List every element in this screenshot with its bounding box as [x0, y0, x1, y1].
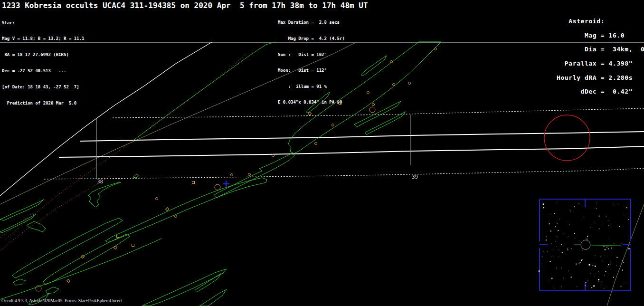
- star-dot: [619, 226, 620, 227]
- star-dot: [561, 287, 562, 287]
- site-marker-circle: [231, 174, 233, 176]
- site-marker-circle: [435, 48, 437, 50]
- coastline: [105, 178, 267, 242]
- coastline: [13, 279, 26, 285]
- star-dot: [578, 203, 579, 204]
- star-dot: [557, 267, 557, 268]
- star-dot: [598, 279, 599, 280]
- star-dot: [558, 230, 559, 231]
- star-dot: [553, 249, 553, 250]
- star-dot: [555, 226, 556, 227]
- star-dot: [592, 265, 593, 266]
- star-dot: [568, 249, 568, 250]
- star-dot: [608, 249, 609, 249]
- coastline: [88, 182, 121, 207]
- site-marker-circle: [393, 84, 395, 86]
- star-dot: [604, 288, 605, 288]
- star-dot: [596, 208, 597, 209]
- site-marker-square: [117, 235, 119, 238]
- star-dot: [543, 251, 544, 252]
- star-dot: [600, 256, 601, 257]
- star-dot: [608, 267, 608, 267]
- coastline: [214, 153, 294, 198]
- coastline: [199, 289, 227, 306]
- star-dot: [556, 236, 556, 237]
- star-dot: [601, 282, 602, 282]
- star-dot: [595, 255, 596, 256]
- star-dot: [606, 271, 606, 272]
- star-dot: [557, 237, 558, 237]
- path-south-limit: [59, 146, 644, 157]
- star-dot: [593, 285, 595, 287]
- star-dot: [613, 202, 613, 202]
- star-dot: [599, 229, 600, 229]
- star-dot: [551, 257, 551, 257]
- star-dot: [574, 239, 574, 239]
- star-dot: [561, 244, 562, 245]
- coastline: [0, 239, 161, 299]
- star-dot: [608, 225, 609, 226]
- star-dot: [574, 206, 575, 207]
- site-marker-square: [192, 182, 195, 184]
- star-dot: [550, 215, 550, 215]
- star-dot: [586, 282, 587, 283]
- star-dot: [587, 237, 587, 237]
- star-dot: [591, 287, 592, 288]
- star-dot: [559, 257, 559, 257]
- star-dot: [568, 271, 568, 271]
- star-dot: [590, 227, 591, 228]
- star-dot: [571, 277, 572, 277]
- occult-prediction-window: 1233 Kobresia occults UCAC4 311-194385 o…: [0, 0, 644, 306]
- star-dot: [570, 211, 571, 211]
- star-dot: [623, 262, 624, 263]
- star-dot: [621, 225, 621, 226]
- sunrise-terminator-line: [0, 42, 212, 196]
- coastline: [43, 234, 130, 285]
- star-dot: [622, 270, 623, 271]
- star-dot: [616, 266, 617, 266]
- star-dot: [554, 288, 554, 288]
- star-dot: [614, 205, 614, 205]
- star-dot: [564, 233, 564, 233]
- star-dot: [555, 227, 556, 227]
- star-dot: [624, 282, 624, 282]
- star-dot: [576, 264, 577, 265]
- target-star-circle: [581, 240, 590, 249]
- star-dot: [543, 203, 544, 205]
- star-dot: [588, 280, 588, 281]
- star-dot: [571, 248, 572, 249]
- star-dot: [551, 277, 553, 279]
- star-dot: [626, 207, 627, 208]
- time-tick-label: 38: [97, 179, 103, 185]
- star-dot: [595, 223, 596, 223]
- star-dot: [539, 270, 540, 272]
- site-marker-circle: [367, 92, 369, 94]
- site-marker-circle: [332, 124, 334, 126]
- coastline: [142, 269, 227, 306]
- star-dot: [551, 243, 551, 244]
- star-dot: [595, 266, 596, 267]
- site-marker-circle: [372, 104, 375, 106]
- star-dot: [542, 264, 542, 264]
- star-dot: [621, 286, 622, 287]
- star-dot: [543, 207, 544, 208]
- star-dot: [586, 286, 586, 287]
- star-dot: [601, 286, 601, 286]
- star-dot: [549, 281, 549, 281]
- occultation-path-map[interactable]: 3839: [0, 0, 644, 306]
- star-dot: [550, 230, 551, 231]
- star-dot: [613, 277, 614, 278]
- border-dotted-1: [5, 53, 246, 240]
- coastline: [307, 92, 330, 113]
- coastline: [46, 287, 59, 294]
- status-bar: Occult 4.9.5.3, Astorb2020Mar05 Errors: …: [1, 298, 122, 303]
- star-dot: [622, 244, 622, 244]
- coastline: [354, 101, 401, 127]
- star-dot: [590, 273, 591, 274]
- star-dot: [561, 268, 562, 268]
- star-dot: [550, 261, 551, 262]
- star-dot: [622, 260, 623, 261]
- site-marker-circle-large: [369, 107, 375, 113]
- star-dot: [605, 256, 605, 256]
- star-dot: [598, 271, 598, 272]
